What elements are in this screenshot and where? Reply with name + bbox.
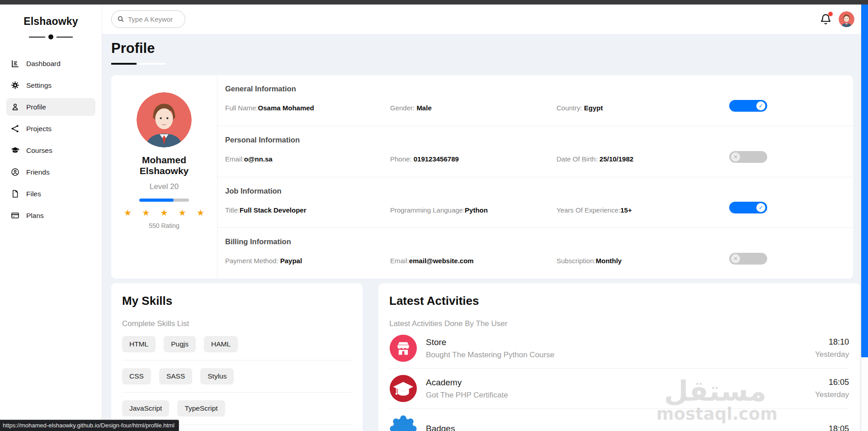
activity-row-badges: Badges 18:05	[389, 409, 849, 431]
field-title: Title:Full Stack Developer	[225, 206, 390, 214]
toggle-knob-check-icon: ✓	[756, 101, 765, 110]
sidebar: Elshaowky Dashboard Settings Profile Pro…	[0, 5, 102, 431]
skill-chip: Stylus	[200, 368, 234, 384]
section-title: Billing Information	[225, 237, 844, 246]
sidebar-nav: Dashboard Settings Profile Projects Cour…	[0, 55, 102, 224]
brand-divider	[0, 34, 102, 39]
search-icon	[117, 15, 124, 23]
user-icon	[11, 103, 19, 111]
dashboard-icon	[11, 59, 19, 68]
skill-chip: JavaScript	[122, 400, 169, 417]
skill-chip: SASS	[159, 368, 192, 384]
field-gender: Gender: Male	[390, 104, 557, 112]
section-billing-information: Billing Information Payment Method: Payp…	[217, 228, 853, 279]
link-status-tooltip: https://mohamed-elshaowky.github.io/Desi…	[0, 420, 179, 431]
field-years-of-experience: Years Of Experience:15+	[557, 206, 844, 214]
star-icon: ★	[160, 208, 168, 217]
skill-chip: TypeScript	[177, 400, 225, 417]
toggle-knob-x-icon: ✕	[731, 254, 740, 263]
sidebar-item-label: Files	[26, 190, 41, 198]
sidebar-item-plans[interactable]: Plans	[6, 207, 95, 224]
activity-row-academy: Academy Got The PHP Certificate 16:05 Ye…	[389, 369, 849, 409]
skill-chip: Pugjs	[164, 336, 196, 352]
rating-stars: ★ ★ ★ ★ ★	[124, 208, 204, 217]
section-title: General Information	[225, 85, 844, 93]
field-programming-language: Programming Language:Python	[390, 206, 557, 214]
field-full-name: Full Name:Osama Mohamed	[225, 104, 390, 112]
brand-logo: Elshaowky	[0, 15, 102, 28]
activity-name: Academy	[426, 378, 508, 388]
activity-desc: Got The PHP Certificate	[426, 391, 508, 400]
sidebar-item-label: Courses	[26, 147, 52, 155]
section-general-information: General Information Full Name:Osama Moha…	[217, 75, 853, 126]
topbar	[102, 5, 868, 34]
graduation-cap-icon	[389, 374, 417, 403]
activity-day: Yesterday	[815, 390, 849, 399]
sidebar-item-files[interactable]: Files	[6, 185, 95, 203]
sidebar-item-label: Dashboard	[26, 60, 61, 68]
skill-row: CSS SASS Stylus	[122, 360, 352, 393]
section-title: Job Information	[225, 187, 844, 195]
toggle-personal-info[interactable]: ✕	[729, 151, 767, 163]
main-content: Profile Mohamed Elshaowky Level 20	[102, 34, 868, 431]
sidebar-item-projects[interactable]: Projects	[6, 120, 95, 137]
sidebar-item-dashboard[interactable]: Dashboard	[6, 55, 95, 72]
skills-subtitle: Complete Skills List	[122, 319, 352, 328]
star-icon: ★	[142, 208, 150, 217]
notifications-button[interactable]	[820, 13, 832, 26]
activity-day: Yesterday	[815, 350, 849, 359]
field-phone: Phone: 019123456789	[390, 155, 557, 163]
sidebar-item-friends[interactable]: Friends	[6, 163, 95, 181]
profile-info-sections: General Information Full Name:Osama Moha…	[217, 75, 853, 279]
sidebar-item-label: Friends	[26, 168, 50, 176]
activities-subtitle: Latest Activities Done By The User	[389, 319, 849, 328]
user-circle-icon	[11, 168, 19, 176]
toggle-knob-check-icon: ✓	[756, 203, 765, 212]
scrollbar-thumb[interactable]	[861, 5, 868, 357]
star-icon: ★	[179, 208, 186, 217]
sidebar-item-courses[interactable]: Courses	[6, 142, 95, 159]
activity-time: 16:05	[815, 378, 849, 387]
section-job-information: Job Information Title:Full Stack Develop…	[217, 177, 853, 228]
skills-title: My Skills	[122, 294, 352, 308]
activity-name: Store	[426, 337, 554, 347]
avatar[interactable]	[839, 11, 854, 27]
skill-row: HTML Pugjs HAML	[122, 328, 352, 360]
toggle-general-info[interactable]: ✓	[729, 100, 767, 112]
sidebar-item-profile[interactable]: Profile	[6, 98, 95, 116]
gear-icon	[11, 81, 19, 90]
toggle-billing-info[interactable]: ✕	[729, 253, 767, 265]
page-title: Profile	[111, 40, 860, 57]
star-icon: ★	[124, 208, 132, 217]
notification-unread-dot	[828, 12, 833, 16]
profile-level: Level 20	[150, 182, 179, 191]
activity-time: 18:10	[815, 337, 849, 347]
page-scrollbar[interactable]	[861, 5, 868, 431]
profile-summary: Mohamed Elshaowky Level 20 ★ ★ ★ ★ ★ 550	[111, 75, 217, 279]
activities-title: Latest Activities	[389, 294, 849, 308]
skill-chip: HTML	[122, 336, 156, 352]
sidebar-item-settings[interactable]: Settings	[6, 76, 95, 94]
profile-name: Mohamed Elshaowky	[140, 155, 189, 176]
search-box	[111, 10, 185, 28]
field-billing-email: Email:email@website.com	[390, 257, 557, 265]
star-icon: ★	[197, 208, 204, 217]
field-email: Email:o@nn.sa	[225, 155, 390, 163]
share-nodes-icon	[11, 124, 19, 133]
toggle-knob-x-icon: ✕	[731, 152, 740, 161]
sidebar-item-label: Profile	[26, 103, 46, 111]
sidebar-item-label: Projects	[26, 125, 52, 133]
field-subscription: Subscription:Monthly	[557, 257, 844, 265]
toggle-job-info[interactable]: ✓	[729, 202, 767, 213]
sidebar-item-label: Settings	[26, 81, 52, 90]
field-country: Country: Egypt	[557, 104, 844, 112]
activity-time: 18:05	[829, 424, 849, 431]
my-skills-card: My Skills Complete Skills List HTML Pugj…	[111, 283, 363, 431]
window-top-edge	[0, 0, 868, 5]
title-underline	[111, 63, 165, 65]
activity-desc: Bought The Mastering Python Course	[426, 350, 554, 360]
store-icon	[389, 334, 417, 362]
section-title: Personal Information	[225, 136, 844, 144]
level-progress-fill	[139, 199, 174, 202]
profile-avatar	[137, 92, 192, 147]
